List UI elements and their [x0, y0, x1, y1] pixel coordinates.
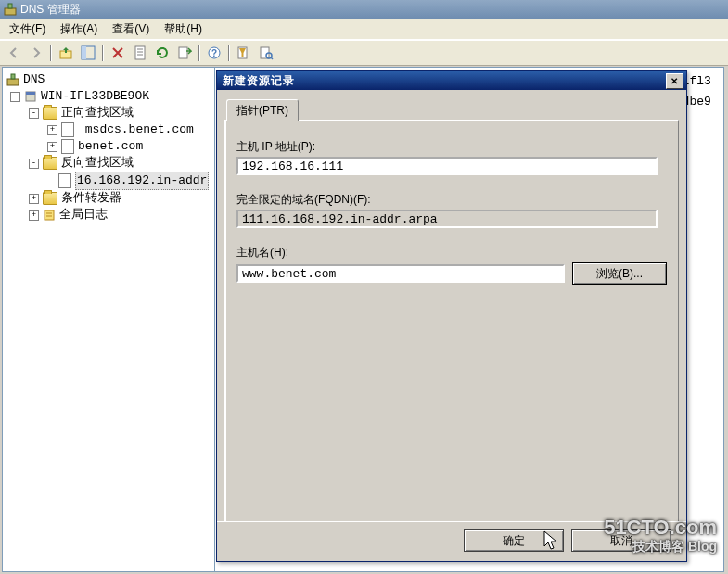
tree-pane[interactable]: DNS - WIN-IFL33DBE9OK - 正向查找区域 + — [2, 67, 215, 572]
new-resource-record-dialog: 新建资源记录 ✕ 指针(PTR) 主机 IP 地址(P): 192.168.16… — [216, 70, 687, 562]
svg-rect-19 — [26, 92, 35, 95]
help-button[interactable]: ? — [204, 43, 224, 63]
close-button[interactable]: ✕ — [666, 73, 683, 89]
fqdn-label: 完全限定的域名(FQDN)(F): — [236, 192, 667, 208]
toolbar-divider — [226, 43, 232, 63]
tree-node-dns[interactable]: DNS — [6, 71, 211, 88]
expand-icon[interactable]: + — [47, 142, 57, 152]
toolbar-divider — [48, 43, 54, 63]
export-button[interactable] — [174, 43, 195, 63]
toolbar-divider — [100, 43, 106, 63]
expand-icon[interactable]: + — [29, 210, 39, 221]
svg-line-15 — [271, 57, 273, 59]
tree-node-rev-zones[interactable]: - 反向查找区域 — [6, 155, 211, 172]
folder-icon — [43, 107, 57, 120]
svg-rect-4 — [82, 46, 86, 59]
tree-node-log[interactable]: + 全局日志 — [6, 207, 211, 223]
collapse-icon[interactable]: - — [29, 159, 39, 169]
show-hide-tree-button[interactable] — [78, 43, 98, 63]
back-button[interactable] — [4, 43, 24, 63]
svg-rect-20 — [45, 210, 54, 220]
delete-button[interactable] — [108, 43, 128, 63]
dialog-body: 指针(PTR) 主机 IP 地址(P): 192.168.16.111 完全限定… — [224, 97, 679, 522]
tree-node-server[interactable]: - WIN-IFL33DBE9OK — [6, 88, 211, 105]
fqdn-value: 111.16.168.192.in-addr.arpa — [242, 212, 438, 226]
tree-node-fwd2[interactable]: + benet.com — [6, 138, 211, 155]
svg-rect-16 — [7, 79, 19, 85]
menu-file[interactable]: 文件(F) — [6, 19, 49, 39]
tree-node-cond-fwd[interactable]: + 条件转发器 — [6, 190, 211, 207]
dns-root-icon — [6, 73, 19, 86]
refresh-button[interactable] — [152, 43, 172, 63]
filter-button[interactable] — [234, 43, 254, 63]
ok-button-label: 确定 — [503, 533, 525, 549]
hostname-field[interactable]: www.benet.com — [236, 264, 565, 283]
properties-button[interactable] — [130, 43, 150, 63]
app-icon — [4, 3, 17, 16]
hostname-label: 主机名(H): — [236, 245, 667, 261]
host-ip-value: 192.168.16.111 — [242, 159, 343, 173]
svg-rect-1 — [8, 4, 12, 8]
up-button[interactable] — [56, 43, 76, 63]
tab-label: 指针(PTR) — [236, 103, 288, 119]
tabs-strip: 指针(PTR) — [224, 97, 679, 120]
toolbar-divider — [197, 43, 202, 63]
expand-icon[interactable]: + — [47, 125, 57, 135]
host-ip-field[interactable]: 192.168.16.111 — [236, 157, 658, 175]
browse-button-label: 浏览(B)... — [596, 266, 643, 282]
main-title-text: DNS 管理器 — [20, 2, 81, 18]
fqdn-field: 111.16.168.192.in-addr.arpa — [236, 210, 658, 228]
folder-icon — [43, 192, 57, 205]
dialog-footer: 确定 取消 — [217, 521, 686, 561]
folder-icon — [43, 157, 57, 170]
selected-node-label: 16.168.192.in-addr — [75, 172, 209, 190]
ok-button[interactable]: 确定 — [464, 529, 564, 552]
browse-button[interactable]: 浏览(B)... — [572, 262, 667, 285]
zone-icon — [58, 173, 71, 188]
find-button[interactable] — [256, 43, 276, 63]
zone-icon — [61, 139, 74, 154]
cancel-button[interactable]: 取消 — [571, 529, 671, 552]
toolbar: ? — [0, 40, 728, 66]
menubar: 文件(F) 操作(A) 查看(V) 帮助(H) — [0, 19, 728, 40]
menu-action[interactable]: 操作(A) — [57, 19, 101, 39]
tree-node-rev1[interactable]: 16.168.192.in-addr — [6, 172, 211, 190]
tab-ptr[interactable]: 指针(PTR) — [226, 99, 299, 121]
close-icon: ✕ — [671, 76, 679, 86]
expand-icon[interactable]: + — [29, 194, 39, 204]
svg-rect-17 — [11, 74, 15, 79]
svg-text:?: ? — [211, 48, 217, 58]
tree-node-fwd-zones[interactable]: - 正向查找区域 — [6, 105, 211, 121]
server-icon — [24, 90, 37, 103]
tree-node-fwd1[interactable]: + _msdcs.benet.com — [6, 121, 211, 138]
zone-icon — [61, 122, 74, 137]
dialog-titlebar[interactable]: 新建资源记录 ✕ — [217, 71, 686, 90]
dialog-title-text: 新建资源记录 — [223, 73, 295, 89]
collapse-icon[interactable]: - — [29, 108, 39, 119]
menu-view[interactable]: 查看(V) — [109, 19, 153, 39]
main-titlebar: DNS 管理器 — [0, 0, 728, 19]
svg-rect-5 — [135, 46, 145, 59]
tab-panel: 主机 IP 地址(P): 192.168.16.111 完全限定的域名(FQDN… — [224, 120, 679, 522]
host-ip-label: 主机 IP 地址(P): — [236, 139, 667, 155]
menu-help[interactable]: 帮助(H) — [160, 19, 206, 39]
svg-rect-0 — [5, 8, 16, 15]
forward-button[interactable] — [26, 43, 46, 63]
cancel-button-label: 取消 — [610, 533, 632, 549]
hostname-value: www.benet.com — [242, 267, 336, 281]
collapse-icon[interactable]: - — [10, 92, 20, 102]
svg-rect-9 — [179, 47, 187, 58]
log-icon — [43, 209, 56, 222]
